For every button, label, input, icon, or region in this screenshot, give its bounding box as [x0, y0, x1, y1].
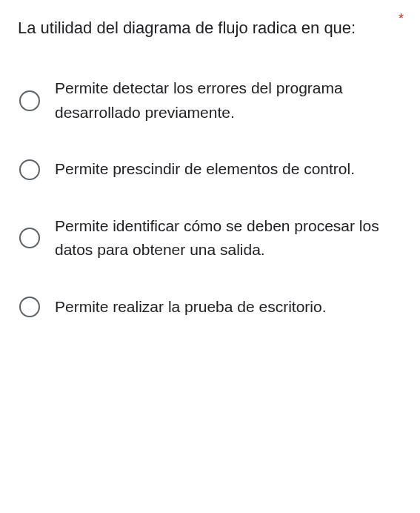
- option-row[interactable]: Permite realizar la prueba de escritorio…: [19, 295, 402, 320]
- option-row[interactable]: Permite detectar los errores del program…: [19, 76, 402, 125]
- question-text: La utilidad del diagrama de flujo radica…: [18, 15, 402, 41]
- radio-icon[interactable]: [19, 228, 40, 248]
- option-label: Permite prescindir de elementos de contr…: [55, 157, 402, 182]
- radio-icon[interactable]: [19, 90, 40, 111]
- option-row[interactable]: Permite identificar cómo se deben proces…: [19, 214, 402, 262]
- radio-icon[interactable]: [19, 159, 40, 180]
- option-label: Permite detectar los errores del program…: [55, 76, 402, 125]
- required-marker-icon: *: [399, 12, 404, 25]
- options-list: Permite detectar los errores del program…: [18, 76, 402, 319]
- option-row[interactable]: Permite prescindir de elementos de contr…: [19, 157, 402, 182]
- option-label: Permite realizar la prueba de escritorio…: [55, 295, 402, 320]
- radio-icon[interactable]: [19, 297, 40, 317]
- question-container: La utilidad del diagrama de flujo radica…: [18, 15, 402, 41]
- option-label: Permite identificar cómo se deben proces…: [55, 214, 402, 262]
